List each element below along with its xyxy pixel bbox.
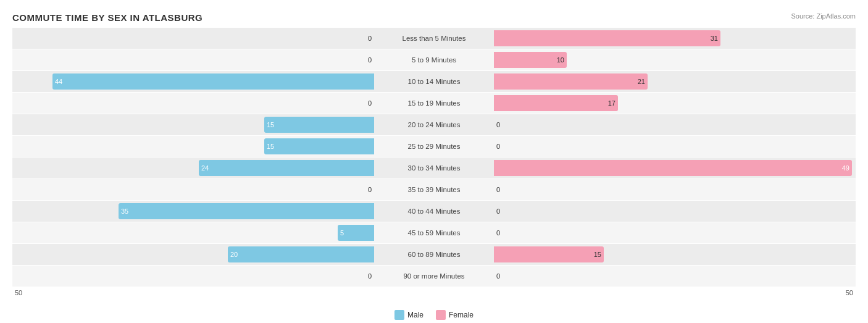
value-male-zero: 0 — [368, 56, 372, 64]
axis-row: 5050 — [12, 289, 856, 296]
row-label: 35 to 39 Minutes — [377, 186, 491, 193]
table-row: 1525 to 29 Minutes0 — [12, 136, 856, 157]
right-section: 21 — [491, 71, 856, 92]
bar-male: 44 — [52, 73, 374, 90]
left-section: 0 — [12, 28, 377, 49]
table-row: 2430 to 34 Minutes49 — [12, 157, 856, 178]
value-female: 10 — [557, 56, 564, 64]
row-label: 30 to 34 Minutes — [377, 164, 491, 172]
right-section: 0 — [491, 266, 856, 287]
right-section: 0 — [491, 136, 856, 157]
value-male: 5 — [340, 229, 344, 237]
table-row: 1520 to 24 Minutes0 — [12, 114, 856, 135]
right-section: 0 — [491, 201, 856, 222]
axis-left-label: 50 — [12, 289, 377, 296]
chart-title: COMMUTE TIME BY SEX IN ATLASBURG — [12, 12, 856, 23]
right-section: 31 — [491, 28, 856, 49]
bar-male: 15 — [264, 138, 374, 154]
legend-female: Female — [436, 310, 474, 320]
row-label: 15 to 19 Minutes — [377, 99, 491, 107]
table-row: 0Less than 5 Minutes31 — [12, 28, 856, 49]
value-male: 15 — [267, 121, 274, 128]
legend-male-label: Male — [407, 311, 424, 319]
left-section: 15 — [12, 114, 377, 135]
bar-male: 15 — [264, 117, 374, 133]
value-female: 17 — [608, 99, 616, 107]
table-row: 545 to 59 Minutes0 — [12, 222, 856, 243]
legend: Male Female — [394, 310, 474, 320]
bar-female: 31 — [494, 30, 720, 46]
source-label: Source: ZipAtlas.com — [791, 12, 856, 20]
row-label: 10 to 14 Minutes — [377, 78, 491, 85]
bar-female: 21 — [494, 73, 648, 90]
value-male-zero: 0 — [368, 186, 372, 193]
value-female-zero: 0 — [496, 229, 500, 237]
value-female-zero: 0 — [496, 121, 500, 128]
right-section: 0 — [491, 179, 856, 200]
row-label: 60 to 89 Minutes — [377, 251, 491, 258]
value-female: 49 — [842, 164, 849, 172]
row-label: 20 to 24 Minutes — [377, 121, 491, 128]
right-section: 49 — [491, 157, 856, 178]
chart-area: 0Less than 5 Minutes3105 to 9 Minutes104… — [12, 28, 856, 277]
left-section: 0 — [12, 49, 377, 70]
axis-right-label: 50 — [491, 289, 856, 296]
row-label: 25 to 29 Minutes — [377, 143, 491, 150]
bar-female: 15 — [494, 246, 604, 262]
bar-male: 20 — [228, 246, 374, 262]
left-section: 0 — [12, 93, 377, 114]
row-label: 90 or more Minutes — [377, 272, 491, 280]
value-female-zero: 0 — [496, 272, 500, 280]
table-row: 05 to 9 Minutes10 — [12, 49, 856, 70]
left-section: 5 — [12, 222, 377, 243]
legend-female-box — [436, 310, 446, 320]
bar-female: 17 — [494, 95, 618, 111]
bar-female: 49 — [494, 160, 852, 176]
row-label: 5 to 9 Minutes — [377, 56, 491, 64]
value-female: 21 — [638, 78, 645, 85]
value-female-zero: 0 — [496, 208, 500, 215]
table-row: 035 to 39 Minutes0 — [12, 179, 856, 200]
value-male-zero: 0 — [368, 35, 372, 42]
legend-male-box — [394, 310, 404, 320]
chart-container: COMMUTE TIME BY SEX IN ATLASBURG Source:… — [0, 0, 868, 323]
right-section: 10 — [491, 49, 856, 70]
row-label: Less than 5 Minutes — [377, 35, 491, 42]
bar-male: 35 — [119, 203, 374, 219]
left-section: 15 — [12, 136, 377, 157]
table-row: 4410 to 14 Minutes21 — [12, 71, 856, 92]
value-male: 44 — [55, 78, 62, 85]
table-row: 2060 to 89 Minutes15 — [12, 244, 856, 265]
value-male-zero: 0 — [368, 99, 372, 107]
value-male: 35 — [121, 208, 128, 215]
legend-male: Male — [394, 310, 424, 320]
row-label: 45 to 59 Minutes — [377, 229, 491, 237]
right-section: 17 — [491, 93, 856, 114]
value-female-zero: 0 — [496, 143, 500, 150]
value-female-zero: 0 — [496, 186, 500, 193]
legend-female-label: Female — [449, 311, 474, 319]
value-female: 15 — [594, 251, 601, 258]
bar-male: 24 — [199, 160, 374, 176]
left-section: 20 — [12, 244, 377, 265]
right-section: 0 — [491, 114, 856, 135]
right-section: 15 — [491, 244, 856, 265]
row-label: 40 to 44 Minutes — [377, 208, 491, 215]
right-section: 0 — [491, 222, 856, 243]
value-male: 15 — [267, 143, 274, 150]
left-section: 0 — [12, 266, 377, 287]
left-section: 0 — [12, 179, 377, 200]
value-male-zero: 0 — [368, 272, 372, 280]
bar-female: 10 — [494, 52, 567, 68]
table-row: 015 to 19 Minutes17 — [12, 93, 856, 114]
bar-male: 5 — [338, 225, 374, 241]
value-male: 24 — [201, 164, 209, 172]
table-row: 3540 to 44 Minutes0 — [12, 201, 856, 222]
value-male: 20 — [230, 251, 238, 258]
left-section: 35 — [12, 201, 377, 222]
value-female: 31 — [711, 35, 718, 42]
left-section: 24 — [12, 157, 377, 178]
table-row: 090 or more Minutes0 — [12, 266, 856, 287]
left-section: 44 — [12, 71, 377, 92]
